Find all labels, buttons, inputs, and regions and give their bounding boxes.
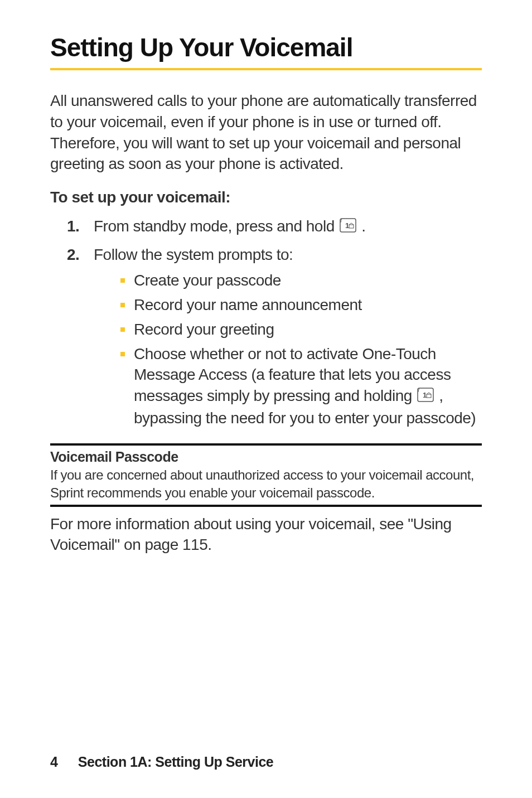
step-2-text: Follow the system prompts to: xyxy=(94,246,293,263)
setup-subhead: To set up your voicemail: xyxy=(50,187,482,208)
voicemail-passcode-box: Voicemail Passcode If you are concerned … xyxy=(50,443,482,507)
step-2-number: 2. xyxy=(67,244,94,432)
svg-rect-1 xyxy=(349,225,354,228)
title-underline xyxy=(50,68,482,70)
outro-paragraph: For more information about using your vo… xyxy=(50,514,482,556)
step-2: 2. Follow the system prompts to: Create … xyxy=(67,244,482,432)
box-body: If you are concerned about unauthorized … xyxy=(50,466,482,501)
bullet-create-passcode: Create your passcode xyxy=(120,270,482,291)
intro-paragraph: All unanswered calls to your phone are a… xyxy=(50,90,482,175)
bullet-record-greeting: Record your greeting xyxy=(120,319,482,340)
step-1-text: From standby mode, press and hold 1 . xyxy=(94,216,482,238)
svg-text:1: 1 xyxy=(345,221,349,230)
page-title: Setting Up Your Voicemail xyxy=(50,32,482,62)
page-number: 4 xyxy=(50,754,57,770)
step-1: 1. From standby mode, press and hold 1 . xyxy=(67,216,482,238)
key-1-icon: 1 xyxy=(417,386,434,408)
bullet-record-name: Record your name announcement xyxy=(120,294,482,316)
bullet-one-touch-pre: Choose whether or not to activate One-To… xyxy=(134,345,451,405)
section-label: Section 1A: Setting Up Service xyxy=(78,754,273,770)
step-1-post: . xyxy=(361,217,365,235)
bullet-one-touch: Choose whether or not to activate One-To… xyxy=(120,344,482,429)
page-footer: 4 Section 1A: Setting Up Service xyxy=(50,754,482,770)
box-title: Voicemail Passcode xyxy=(50,448,482,467)
step-1-pre: From standby mode, press and hold xyxy=(94,217,338,235)
svg-rect-3 xyxy=(427,394,431,398)
step-1-number: 1. xyxy=(67,216,94,238)
key-1-icon: 1 xyxy=(340,217,356,238)
svg-text:1: 1 xyxy=(423,391,427,399)
